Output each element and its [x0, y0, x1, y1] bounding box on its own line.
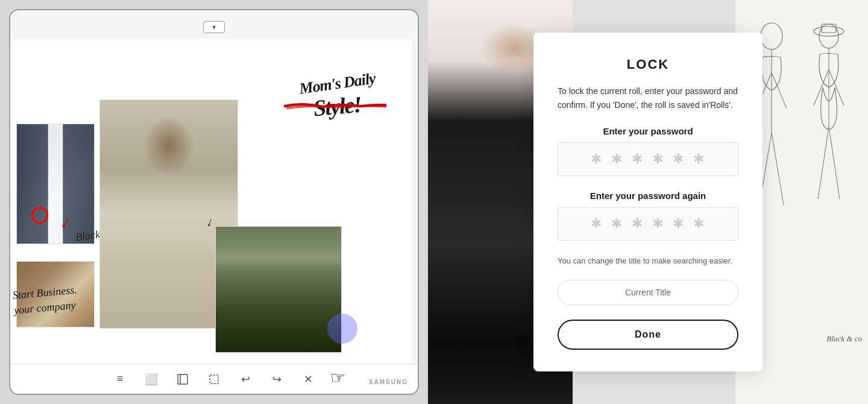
select-icon[interactable]	[207, 372, 221, 387]
password-asterisk-5: ✱	[673, 151, 685, 167]
confirm-asterisk-3: ✱	[632, 216, 644, 232]
confirm-asterisk-6: ✱	[693, 216, 705, 232]
confirm-asterisk-5: ✱	[673, 216, 685, 232]
touch-cursor: ☞	[327, 314, 357, 388]
scroll-down-button[interactable]	[203, 21, 225, 33]
title-input-field[interactable]: Current Title	[558, 280, 738, 305]
lock-modal-title: LOCK	[558, 57, 738, 72]
redo-icon[interactable]: ↪	[269, 372, 284, 387]
undo-icon[interactable]: ↩	[238, 372, 253, 387]
red-circle-annotation	[31, 207, 48, 224]
handwriting-bottom: Start Business. your company	[12, 282, 79, 318]
lock-modal: LOCK To lock the current roll, enter you…	[533, 33, 763, 371]
tablet-frame: Mom's Daily Style! ↓ Black	[9, 9, 419, 395]
lock-description: To lock the current roll, enter your pas…	[558, 84, 738, 112]
bottom-line2: your company	[13, 299, 76, 317]
password-asterisk-3: ✱	[632, 151, 644, 167]
confirm-asterisk-4: ✱	[652, 216, 664, 232]
password-label: Enter your password	[558, 126, 738, 136]
password-asterisk-4: ✱	[652, 151, 664, 167]
left-panel: Mom's Daily Style! ↓ Black	[0, 0, 428, 404]
done-button[interactable]: Done	[558, 320, 738, 350]
menu-icon[interactable]: ≡	[113, 372, 127, 387]
confirm-asterisk-2: ✱	[611, 216, 623, 232]
suit-image	[16, 124, 95, 244]
black-label: Black	[75, 228, 101, 244]
password-again-label: Enter your password again	[558, 191, 738, 201]
password-input[interactable]: ✱ ✱ ✱ ✱ ✱ ✱	[558, 142, 738, 176]
red-underline-decoration	[284, 101, 386, 109]
close-icon[interactable]: ✕	[301, 372, 315, 387]
fabric-image	[215, 226, 342, 353]
touch-hand-icon: ☞	[330, 368, 357, 388]
svg-rect-0	[178, 374, 187, 384]
password-asterisk-1: ✱	[591, 151, 603, 167]
samsung-brand-label: SAMSUNG	[369, 379, 408, 385]
touch-ring	[327, 314, 357, 344]
right-panel: Black & co LOCK To lock the current roll…	[428, 0, 868, 404]
sticky-note-icon[interactable]: ⬜	[144, 372, 159, 387]
confirm-asterisk-1: ✱	[591, 216, 603, 232]
edit-crop-icon[interactable]	[175, 372, 190, 387]
password-asterisk-6: ✱	[693, 151, 705, 167]
lock-modal-overlay: LOCK To lock the current roll, enter you…	[428, 0, 868, 404]
password-confirm-input[interactable]: ✱ ✱ ✱ ✱ ✱ ✱	[558, 207, 738, 241]
lock-hint-text: You can change the title to make searchi…	[558, 255, 738, 268]
password-asterisk-2: ✱	[611, 151, 623, 167]
handwriting-title: Mom's Daily Style!	[299, 74, 376, 121]
svg-rect-2	[210, 375, 218, 383]
